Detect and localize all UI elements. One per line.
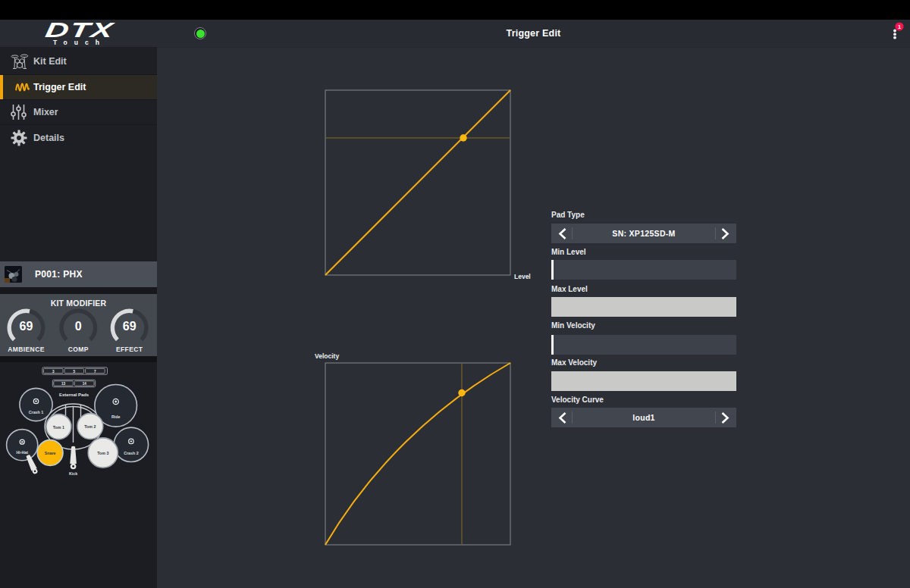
svg-text:Hi-Hat: Hi-Hat xyxy=(16,450,28,455)
svg-text:Crash 1: Crash 1 xyxy=(29,410,43,414)
svg-text:Tom 1: Tom 1 xyxy=(53,425,64,430)
svg-text:5: 5 xyxy=(74,370,76,374)
svg-text:Touch: Touch xyxy=(53,39,106,46)
svg-text:Snare: Snare xyxy=(45,451,56,455)
svg-text:Kick: Kick xyxy=(69,471,77,476)
svg-text:External Pads: External Pads xyxy=(59,393,89,397)
svg-text:Crash 2: Crash 2 xyxy=(124,451,138,455)
svg-text:Tom 3: Tom 3 xyxy=(97,451,108,455)
svg-text:Ride: Ride xyxy=(111,414,121,419)
svg-text:7: 7 xyxy=(94,370,96,374)
svg-text:Tom 2: Tom 2 xyxy=(84,424,96,429)
svg-text:14: 14 xyxy=(83,382,87,386)
svg-text:3: 3 xyxy=(52,370,55,374)
svg-text:13: 13 xyxy=(61,382,66,386)
svg-text:1: 1 xyxy=(898,23,901,30)
